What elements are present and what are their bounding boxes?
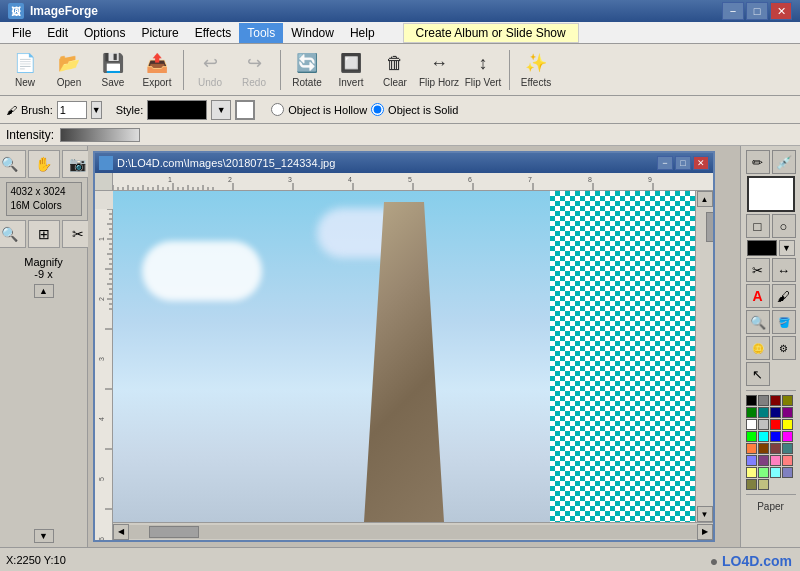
close-button[interactable]: ✕	[770, 2, 792, 20]
open-button[interactable]: 📂 Open	[48, 47, 90, 93]
clear-button[interactable]: 🗑 Clear	[374, 47, 416, 93]
color-swatch[interactable]	[782, 419, 793, 430]
color-swatch[interactable]	[782, 395, 793, 406]
color-swatch[interactable]	[758, 443, 769, 454]
brush-dropdown[interactable]: ▼	[91, 101, 102, 119]
menu-effects[interactable]: Effects	[187, 23, 239, 43]
color-swatch[interactable]	[782, 467, 793, 478]
effects-button[interactable]: ✨ Effects	[515, 47, 557, 93]
menu-tools[interactable]: Tools	[239, 23, 283, 43]
menu-options[interactable]: Options	[76, 23, 133, 43]
color-swatch[interactable]	[758, 419, 769, 430]
scroll-right-button[interactable]: ▶	[697, 524, 713, 540]
redo-button[interactable]: ↪ Redo	[233, 47, 275, 93]
color-swatch[interactable]	[770, 455, 781, 466]
color-swatch[interactable]	[770, 419, 781, 430]
paint-button[interactable]: 🖌	[772, 284, 796, 308]
horizontal-scrollbar[interactable]: ◀ ▶	[113, 522, 713, 540]
solid-label[interactable]: Object is Solid	[388, 104, 458, 116]
maximize-button[interactable]: □	[746, 2, 768, 20]
eyedropper-button[interactable]: 💉	[772, 150, 796, 174]
menu-edit[interactable]: Edit	[39, 23, 76, 43]
fill-button[interactable]: 🪣	[772, 310, 796, 334]
color-swatch[interactable]	[782, 407, 793, 418]
color-swatch[interactable]	[770, 395, 781, 406]
hollow-radio[interactable]	[271, 103, 284, 116]
scissors-button[interactable]: ✂	[746, 258, 770, 282]
zoom-tool-button[interactable]: 🔍	[0, 220, 26, 248]
color-swatch[interactable]	[746, 407, 757, 418]
rotate-button[interactable]: 🔄 Rotate	[286, 47, 328, 93]
save-button[interactable]: 💾 Save	[92, 47, 134, 93]
extra-tool-button[interactable]: ⚙	[772, 336, 796, 360]
save-icon: 💾	[101, 51, 125, 75]
fg-color-box[interactable]	[747, 240, 777, 256]
color-swatch[interactable]	[782, 443, 793, 454]
color-swatch[interactable]	[758, 431, 769, 442]
color-swatch[interactable]	[758, 467, 769, 478]
color-swatch[interactable]	[746, 479, 757, 490]
rect-button[interactable]: □	[746, 214, 770, 238]
flip-vert-button[interactable]: ↕ Flip Vert	[462, 47, 504, 93]
color-swatch[interactable]	[782, 455, 793, 466]
image-close-button[interactable]: ✕	[693, 156, 709, 170]
new-button[interactable]: 📄 New	[4, 47, 46, 93]
scroll-down-button[interactable]: ▼	[697, 506, 713, 522]
vertical-scrollbar[interactable]: ▲ ▼	[695, 191, 713, 522]
svg-text:7: 7	[528, 176, 532, 183]
select-button[interactable]: ⊞	[28, 220, 60, 248]
undo-button[interactable]: ↩ Undo	[189, 47, 231, 93]
color-swatch[interactable]	[770, 467, 781, 478]
color-swatch[interactable]	[746, 431, 757, 442]
export-button[interactable]: 📤 Export	[136, 47, 178, 93]
tool-hand[interactable]: ✋	[28, 150, 60, 178]
color-swatch[interactable]	[758, 407, 769, 418]
menu-file[interactable]: File	[4, 23, 39, 43]
color-swatch[interactable]	[746, 467, 757, 478]
scroll-v-thumb[interactable]	[706, 212, 714, 242]
stamp-button[interactable]: 🪙	[746, 336, 770, 360]
style-dropdown[interactable]: ▼	[211, 100, 231, 120]
image-maximize-button[interactable]: □	[675, 156, 691, 170]
color-swatch[interactable]	[746, 395, 757, 406]
pointer-button[interactable]: ↖	[746, 362, 770, 386]
color-dropdown-button[interactable]: ▼	[779, 240, 795, 256]
menu-help[interactable]: Help	[342, 23, 383, 43]
hollow-label[interactable]: Object is Hollow	[288, 104, 367, 116]
pencil-button[interactable]: ✏	[746, 150, 770, 174]
left-panel: 🔍 ✋ 📷 4032 x 3024 16M Colors 🔍 ⊞ ✂ Magni…	[0, 146, 88, 547]
image-minimize-button[interactable]: −	[657, 156, 673, 170]
minimize-button[interactable]: −	[722, 2, 744, 20]
color-swatch[interactable]	[746, 419, 757, 430]
color-swatch[interactable]	[770, 407, 781, 418]
scroll-left-button[interactable]: ◀	[113, 524, 129, 540]
zoom-in-button[interactable]: 🔍	[0, 150, 26, 178]
canvas-area: D:\LO4D.com\Images\20180715_124334.jpg −…	[88, 146, 740, 547]
scroll-h-thumb[interactable]	[149, 526, 199, 538]
invert-button[interactable]: 🔲 Invert	[330, 47, 372, 93]
color-swatch[interactable]	[758, 395, 769, 406]
color-swatch[interactable]	[758, 455, 769, 466]
move-button[interactable]: ↔	[772, 258, 796, 282]
magnify-button[interactable]: 🔍	[746, 310, 770, 334]
color-swatch[interactable]	[770, 443, 781, 454]
color-swatch[interactable]	[746, 455, 757, 466]
brush-input[interactable]	[57, 101, 87, 119]
color-picker-button[interactable]	[235, 100, 255, 120]
color-swatch[interactable]	[782, 431, 793, 442]
solid-radio[interactable]	[371, 103, 384, 116]
menu-picture[interactable]: Picture	[133, 23, 186, 43]
color-swatch[interactable]	[746, 443, 757, 454]
scroll-h-track[interactable]	[129, 525, 697, 539]
oval-button[interactable]: ○	[772, 214, 796, 238]
menu-window[interactable]: Window	[283, 23, 342, 43]
scroll-up-button[interactable]: ▲	[697, 191, 713, 207]
color-swatch[interactable]	[770, 431, 781, 442]
text-button[interactable]: A	[746, 284, 770, 308]
intensity-slider[interactable]	[60, 128, 140, 142]
color-swatch[interactable]	[758, 479, 769, 490]
scroll-down-arrow[interactable]: ▼	[34, 529, 54, 543]
right-panel: ✏ 💉 □ ○ ▼ ✂ ↔ A 🖌 🔍 🪣 🪙 ⚙	[740, 146, 800, 547]
scroll-up-arrow[interactable]: ▲	[34, 284, 54, 298]
flip-horz-button[interactable]: ↔ Flip Horz	[418, 47, 460, 93]
